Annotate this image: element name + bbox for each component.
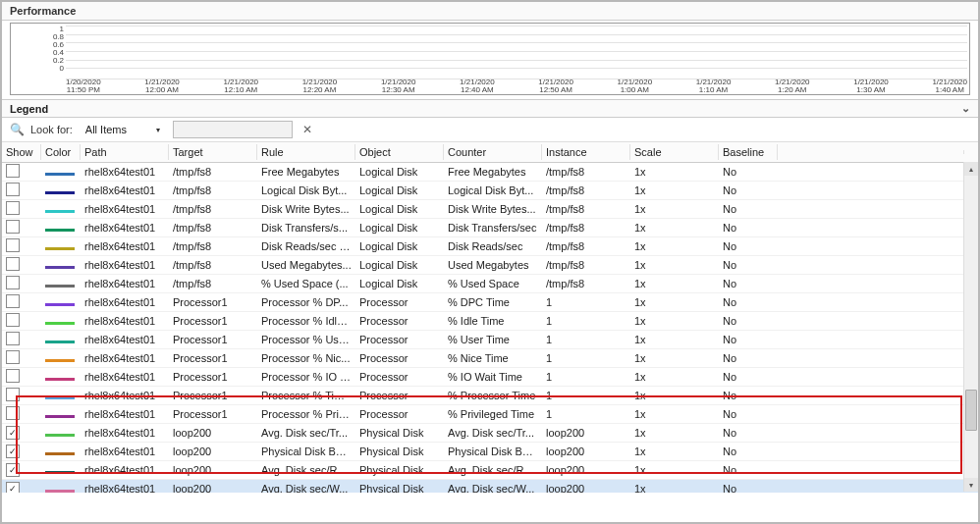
cell-path: rhel8x64test01 — [81, 239, 169, 253]
cell-counter: Logical Disk Byt... — [444, 183, 542, 197]
cell-scale: 1x — [630, 258, 719, 272]
cell-rule: Disk Reads/sec (... — [257, 239, 355, 253]
show-checkbox[interactable]: ✓ — [6, 482, 20, 493]
cell-target: loop200 — [169, 463, 257, 477]
scope-dropdown-value: All Items — [85, 124, 127, 135]
scroll-down-button[interactable]: ▾ — [964, 478, 978, 492]
col-target[interactable]: Target — [169, 144, 257, 160]
table-row[interactable]: ✓rhel8x64test01loop200Avg. Disk sec/Tr..… — [2, 424, 978, 443]
cell-target: /tmp/fs8 — [169, 165, 257, 179]
table-row[interactable]: rhel8x64test01Processor1Processor % Idle… — [2, 312, 978, 331]
show-checkbox[interactable] — [6, 164, 20, 178]
cell-baseline: No — [719, 370, 778, 384]
cell-counter: Disk Reads/sec — [444, 239, 542, 253]
col-show[interactable]: Show — [2, 144, 41, 160]
table-row[interactable]: rhel8x64test01Processor1Processor % Nic.… — [2, 349, 978, 368]
cell-baseline: No — [719, 202, 778, 216]
cell-scale: 1x — [630, 183, 719, 197]
x-tick: 1/21/202012:40 AM — [460, 79, 495, 94]
table-row[interactable]: rhel8x64test01/tmp/fs8Disk Reads/sec (..… — [2, 237, 978, 256]
table-row[interactable]: rhel8x64test01/tmp/fs8Free MegabytesLogi… — [2, 163, 978, 182]
col-instance[interactable]: Instance — [542, 144, 630, 160]
color-swatch — [45, 452, 75, 455]
cell-baseline: No — [719, 258, 778, 272]
show-checkbox[interactable] — [6, 257, 20, 271]
table-row[interactable]: rhel8x64test01/tmp/fs8% Used Space (...L… — [2, 275, 978, 293]
show-checkbox[interactable]: ✓ — [6, 463, 20, 477]
cell-target: Processor1 — [169, 407, 257, 421]
show-checkbox[interactable]: ✓ — [6, 445, 20, 458]
cell-scale: 1x — [630, 221, 719, 235]
cell-path: rhel8x64test01 — [81, 314, 169, 328]
legend-grid-body[interactable]: rhel8x64test01/tmp/fs8Free MegabytesLogi… — [2, 163, 978, 493]
col-path[interactable]: Path — [81, 144, 169, 160]
table-row[interactable]: rhel8x64test01/tmp/fs8Logical Disk Byt..… — [2, 182, 978, 200]
x-tick: 1/21/202012:00 AM — [144, 79, 180, 94]
show-checkbox[interactable] — [6, 388, 20, 401]
cell-path: rhel8x64test01 — [81, 221, 169, 235]
scope-dropdown[interactable]: All Items ▾ — [79, 122, 167, 137]
show-checkbox[interactable] — [6, 220, 20, 234]
table-row[interactable]: rhel8x64test01/tmp/fs8Disk Transfers/s..… — [2, 219, 978, 237]
color-swatch — [45, 490, 75, 493]
table-row[interactable]: rhel8x64test01Processor1Processor % Use.… — [2, 331, 978, 349]
vertical-scrollbar[interactable]: ▴ ▾ — [963, 162, 978, 492]
col-object[interactable]: Object — [355, 144, 444, 160]
clear-search-button[interactable]: ✕ — [299, 123, 316, 136]
main-window: Performance 10.80.60.40.20 1/20/202011:5… — [0, 0, 980, 524]
col-rule[interactable]: Rule — [257, 144, 355, 160]
table-row[interactable]: rhel8x64test01/tmp/fs8Used Megabytes...L… — [2, 256, 978, 275]
cell-rule: Avg. Disk sec/W... — [257, 482, 355, 493]
cell-object: Physical Disk — [355, 463, 444, 477]
show-checkbox[interactable] — [6, 350, 20, 364]
cell-counter: Avg. Disk sec/W... — [444, 482, 542, 493]
chevron-down-icon[interactable]: ⌄ — [961, 102, 970, 115]
x-tick: 1/21/20201:20 AM — [775, 79, 810, 94]
table-row[interactable]: rhel8x64test01Processor1Processor % Tim.… — [2, 387, 978, 405]
show-checkbox[interactable] — [6, 183, 20, 196]
cell-target: Processor1 — [169, 351, 257, 365]
col-color[interactable]: Color — [41, 144, 81, 160]
show-checkbox[interactable] — [6, 294, 20, 308]
table-row[interactable]: ✓rhel8x64test01loop200Avg. Disk sec/W...… — [2, 480, 978, 493]
color-swatch — [45, 396, 75, 399]
performance-chart[interactable]: 10.80.60.40.20 1/20/202011:50 PM1/21/202… — [10, 23, 970, 95]
cell-baseline: No — [719, 183, 778, 197]
col-scale[interactable]: Scale — [630, 144, 719, 160]
scroll-thumb[interactable] — [965, 390, 977, 431]
table-row[interactable]: ✓rhel8x64test01loop200Physical Disk Byt.… — [2, 443, 978, 461]
show-checkbox[interactable]: ✓ — [6, 426, 20, 440]
show-checkbox[interactable] — [6, 369, 20, 383]
col-baseline[interactable]: Baseline — [719, 144, 778, 160]
legend-grid: Show Color Path Target Rule Object Count… — [2, 142, 978, 492]
table-row[interactable]: rhel8x64test01Processor1Processor % DP..… — [2, 293, 978, 312]
cell-counter: % Used Space — [444, 277, 542, 290]
show-checkbox[interactable] — [6, 406, 20, 420]
cell-baseline: No — [719, 482, 778, 493]
scroll-up-button[interactable]: ▴ — [964, 162, 978, 176]
cell-instance: 1 — [542, 407, 630, 421]
table-row[interactable]: rhel8x64test01Processor1Processor % IO T… — [2, 368, 978, 387]
legend-section-header[interactable]: Legend ⌄ — [2, 99, 978, 118]
cell-path: rhel8x64test01 — [81, 277, 169, 290]
show-checkbox[interactable] — [6, 201, 20, 215]
table-row[interactable]: rhel8x64test01Processor1Processor % Priv… — [2, 405, 978, 424]
table-row[interactable]: rhel8x64test01/tmp/fs8Disk Write Bytes..… — [2, 200, 978, 219]
cell-object: Processor — [355, 333, 444, 346]
cell-path: rhel8x64test01 — [81, 351, 169, 365]
col-counter[interactable]: Counter — [444, 144, 542, 160]
search-input[interactable] — [173, 121, 293, 138]
cell-baseline: No — [719, 333, 778, 346]
y-tick: 0 — [11, 65, 64, 73]
show-checkbox[interactable] — [6, 238, 20, 252]
x-tick: 1/21/202012:20 AM — [302, 79, 338, 94]
show-checkbox[interactable] — [6, 276, 20, 289]
show-checkbox[interactable] — [6, 313, 20, 327]
cell-scale: 1x — [630, 426, 719, 440]
table-row[interactable]: ✓rhel8x64test01loop200Avg. Disk sec/Re..… — [2, 461, 978, 480]
show-checkbox[interactable] — [6, 332, 20, 345]
cell-object: Logical Disk — [355, 277, 444, 290]
cell-instance: /tmp/fs8 — [542, 221, 630, 235]
cell-counter: Used Megabytes — [444, 258, 542, 272]
cell-scale: 1x — [630, 407, 719, 421]
